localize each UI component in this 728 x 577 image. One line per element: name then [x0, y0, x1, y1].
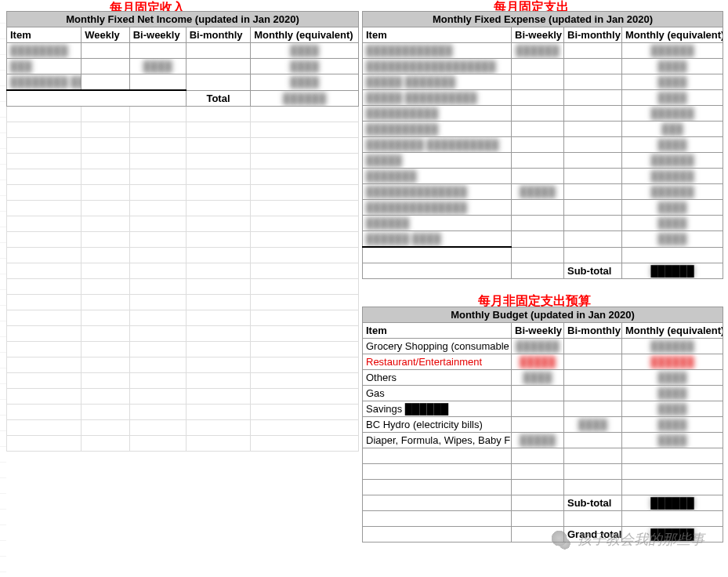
cell[interactable]: [186, 106, 251, 122]
cell[interactable]: [81, 74, 129, 91]
cell[interactable]: [81, 122, 129, 137]
cell[interactable]: [129, 247, 186, 263]
cell[interactable]: [7, 357, 81, 372]
cell[interactable]: [81, 419, 129, 435]
cell[interactable]: [7, 90, 187, 106]
cell[interactable]: [7, 247, 81, 263]
cell[interactable]: [81, 294, 129, 310]
cell[interactable]: ████: [622, 401, 723, 417]
cell[interactable]: ██████████████: [363, 184, 512, 200]
cell[interactable]: [251, 122, 359, 137]
cell[interactable]: [251, 325, 359, 341]
cell[interactable]: █████: [363, 153, 512, 169]
cell[interactable]: [564, 169, 622, 184]
cell[interactable]: [512, 106, 564, 122]
cell[interactable]: [251, 310, 359, 325]
cell[interactable]: [512, 247, 564, 263]
header-weekly[interactable]: Weekly: [81, 27, 129, 43]
cell[interactable]: █████ ███████: [363, 74, 512, 90]
cell[interactable]: [512, 74, 564, 90]
cell[interactable]: [512, 216, 564, 231]
cell[interactable]: [251, 153, 359, 169]
cell[interactable]: [564, 354, 622, 370]
budget-grandtotal-value[interactable]: ██████: [622, 527, 723, 543]
cell[interactable]: [251, 247, 359, 263]
cell[interactable]: [564, 339, 622, 354]
cell[interactable]: [251, 388, 359, 404]
cell[interactable]: [186, 247, 251, 263]
cell[interactable]: [251, 278, 359, 294]
cell[interactable]: ██████: [622, 153, 723, 169]
cell[interactable]: [7, 404, 81, 419]
cell[interactable]: [7, 137, 81, 153]
cell[interactable]: [564, 184, 622, 200]
cell[interactable]: [129, 74, 186, 91]
cell[interactable]: [129, 169, 186, 184]
cell[interactable]: [7, 325, 81, 341]
cell[interactable]: Grocery Shopping (consumable: [363, 339, 512, 354]
cell[interactable]: ████: [622, 417, 723, 433]
cell[interactable]: ██████████: [363, 106, 512, 122]
cell[interactable]: [363, 247, 512, 263]
cell[interactable]: ███████: [363, 169, 512, 184]
cell[interactable]: [186, 404, 251, 419]
cell[interactable]: ████: [622, 370, 723, 386]
cell[interactable]: ██████████████████: [363, 59, 512, 74]
cell[interactable]: [81, 372, 129, 388]
cell[interactable]: [81, 169, 129, 184]
cell[interactable]: [512, 122, 564, 137]
cell[interactable]: [81, 388, 129, 404]
cell[interactable]: █████: [512, 184, 564, 200]
cell[interactable]: [186, 372, 251, 388]
cell[interactable]: Gas: [363, 386, 512, 401]
cell[interactable]: [7, 388, 81, 404]
cell[interactable]: [251, 341, 359, 357]
cell[interactable]: [81, 216, 129, 231]
cell[interactable]: [564, 153, 622, 169]
expense-subtotal-value[interactable]: ██████: [622, 263, 723, 278]
cell[interactable]: Restaurant/Entertainment: [363, 354, 512, 370]
cell[interactable]: [251, 372, 359, 388]
cell[interactable]: [564, 90, 622, 106]
cell[interactable]: [251, 169, 359, 184]
cell[interactable]: [251, 435, 359, 451]
header-monthly[interactable]: Monthly (equivalent): [622, 323, 723, 339]
cell[interactable]: [186, 294, 251, 310]
cell[interactable]: ████: [251, 43, 359, 59]
cell[interactable]: ████: [622, 59, 723, 74]
cell[interactable]: [129, 419, 186, 435]
cell[interactable]: [129, 122, 186, 137]
cell[interactable]: [564, 106, 622, 122]
cell[interactable]: ████: [129, 59, 186, 74]
cell[interactable]: [251, 263, 359, 278]
cell[interactable]: [129, 278, 186, 294]
cell[interactable]: [186, 263, 251, 278]
budget-grandtotal-label[interactable]: Grand total: [564, 527, 622, 543]
cell[interactable]: [186, 357, 251, 372]
cell[interactable]: [129, 435, 186, 451]
cell[interactable]: ██████████: [363, 122, 512, 137]
cell[interactable]: [186, 74, 251, 91]
cell[interactable]: [564, 370, 622, 386]
cell[interactable]: [186, 341, 251, 357]
cell[interactable]: [81, 341, 129, 357]
header-item[interactable]: Item: [7, 27, 81, 43]
cell[interactable]: [81, 200, 129, 216]
cell[interactable]: [564, 247, 622, 263]
cell[interactable]: [251, 404, 359, 419]
cell[interactable]: ████: [622, 74, 723, 90]
cell[interactable]: [564, 386, 622, 401]
header-item[interactable]: Item: [363, 27, 512, 43]
cell[interactable]: [564, 43, 622, 59]
cell[interactable]: ██████: [622, 354, 723, 370]
cell[interactable]: [186, 435, 251, 451]
cell[interactable]: ████: [622, 386, 723, 401]
cell[interactable]: [129, 310, 186, 325]
header-biweekly[interactable]: Bi-weekly: [512, 27, 564, 43]
cell[interactable]: ████: [251, 74, 359, 91]
budget-title[interactable]: Monthly Budget (updated in Jan 2020): [363, 307, 723, 323]
cell[interactable]: [81, 435, 129, 451]
cell[interactable]: [7, 106, 81, 122]
cell[interactable]: [186, 153, 251, 169]
header-bimonthly[interactable]: Bi-monthly: [564, 323, 622, 339]
